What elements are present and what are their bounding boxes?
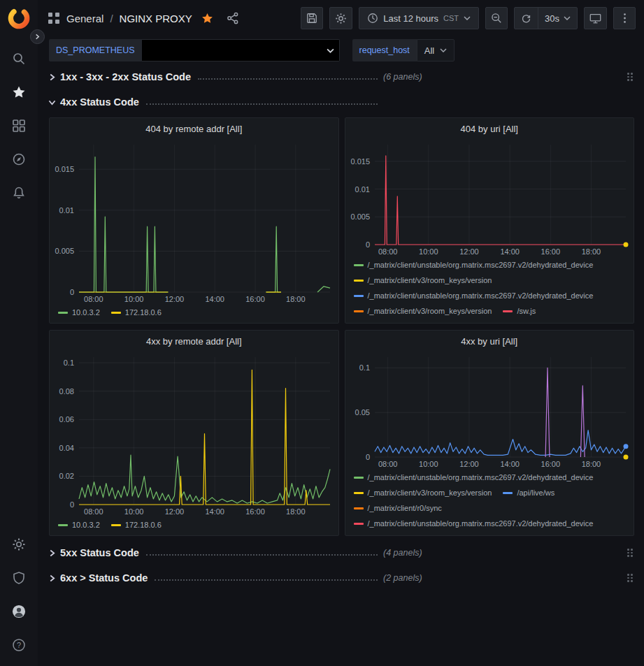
panel-title[interactable]: 4xx by uri [All] (345, 331, 634, 352)
row-drag-handle[interactable] (626, 71, 634, 82)
chart-legend: /_matrix/client/unstable/org.matrix.msc2… (345, 258, 634, 323)
legend-item[interactable]: /_matrix/client/unstable/org.matrix.msc2… (354, 472, 594, 483)
main-area: General / NGINX PROXY (38, 0, 644, 666)
svg-text:16:00: 16:00 (541, 460, 560, 468)
timeseries-chart[interactable]: 08:0010:0012:0014:0016:0018:0000.020.040… (50, 352, 338, 518)
legend-item[interactable]: 172.18.0.6 (111, 307, 162, 318)
legend-label: /_matrix/client/unstable/org.matrix.msc2… (368, 519, 594, 529)
legend-swatch (58, 312, 68, 314)
legend-item[interactable]: /_matrix/client/v3/room_keys/version (354, 306, 492, 317)
starred-dashboards-icon[interactable] (11, 85, 27, 100)
refresh-button[interactable] (515, 8, 538, 29)
legend-swatch (354, 492, 364, 494)
tv-mode-button[interactable] (584, 7, 607, 29)
legend-item[interactable]: 10.0.3.2 (58, 520, 100, 530)
save-dashboard-button[interactable] (301, 7, 323, 29)
favorite-star-icon[interactable] (201, 13, 213, 24)
svg-text:0.005: 0.005 (55, 247, 74, 255)
legend-swatch (354, 477, 364, 479)
dashboard-settings-button[interactable] (329, 7, 352, 29)
row-panel-count: (4 panels) (383, 548, 422, 558)
panel-404-by-remote-addr: 404 by remote addr [All] 08:0010:0012:00… (49, 117, 339, 324)
legend-item[interactable]: /_matrix/client/unstable/org.matrix.msc2… (354, 291, 594, 301)
legend-item[interactable]: /_matrix/client/unstable/org.matrix.msc2… (354, 519, 594, 529)
dotted-leader (146, 103, 378, 105)
breadcrumb-folder[interactable]: General (66, 13, 103, 24)
svg-text:08:00: 08:00 (378, 460, 397, 468)
sidebar-expand-button[interactable] (30, 29, 45, 44)
legend-item[interactable]: /api/live/ws (503, 488, 554, 498)
refresh-interval-dropdown[interactable]: 30s (538, 8, 577, 29)
legend-label: 10.0.3.2 (72, 307, 100, 318)
svg-text:14:00: 14:00 (500, 247, 520, 256)
legend-item[interactable]: 10.0.3.2 (58, 307, 100, 318)
chevron-down-icon (440, 48, 447, 52)
explore-compass-icon[interactable] (11, 152, 27, 167)
chart-svg: 08:0010:0012:0014:0016:0018:0000.020.040… (50, 352, 338, 518)
panel-title[interactable]: 404 by uri [All] (345, 118, 634, 139)
alerting-bell-icon[interactable] (11, 185, 27, 201)
panel-4xx-by-remote-addr: 4xx by remote addr [All] 08:0010:0012:00… (49, 330, 339, 536)
sidebar-bottom-group: ? (11, 528, 27, 662)
legend-item[interactable]: /_matrix/client/r0/sync (354, 503, 442, 514)
svg-text:0.01: 0.01 (355, 185, 369, 194)
legend-label: 172.18.0.6 (125, 307, 162, 318)
share-icon[interactable] (227, 12, 239, 24)
legend-label: /_matrix/client/v3/room_keys/version (368, 306, 492, 317)
row-header-5xx[interactable]: 5xx Status Code (4 panels) (49, 543, 634, 563)
svg-text:0.1: 0.1 (64, 359, 74, 367)
row-header-4xx[interactable]: 4xx Status Code (49, 92, 634, 112)
row-drag-handle[interactable] (626, 572, 634, 584)
legend-swatch (354, 310, 364, 312)
panel-title[interactable]: 404 by remote addr [All] (50, 118, 338, 139)
legend-item[interactable]: /_matrix/client/unstable/org.matrix.msc2… (354, 260, 594, 270)
row-drag-handle[interactable] (626, 547, 634, 558)
row-header-1xx-3xx-2xx[interactable]: 1xx - 3xx - 2xx Status Code (6 panels) (49, 67, 634, 87)
kebab-menu-button[interactable] (613, 7, 636, 29)
grafana-logo[interactable] (6, 6, 31, 31)
user-avatar[interactable] (11, 604, 27, 619)
svg-text:0.015: 0.015 (55, 165, 74, 173)
top-navbar: General / NGINX PROXY (38, 0, 644, 36)
dashboards-icon[interactable] (11, 118, 27, 133)
legend-item[interactable]: /_matrix/client/v3/room_keys/version (354, 275, 492, 286)
legend-item[interactable]: 172.18.0.6 (111, 520, 162, 530)
svg-text:0: 0 (365, 240, 369, 249)
server-admin-shield-icon[interactable] (11, 570, 27, 586)
svg-text:16:00: 16:00 (245, 295, 265, 303)
chart-svg: 08:0010:0012:0014:0016:0018:0000.0050.01… (50, 139, 338, 305)
svg-text:0: 0 (70, 500, 74, 509)
timeseries-chart[interactable]: 08:0010:0012:0014:0016:0018:0000.050.1 (345, 352, 634, 470)
zoom-out-button[interactable] (485, 7, 508, 29)
chart-legend: 10.0.3.2172.18.0.6 (50, 518, 338, 535)
configuration-gear-icon[interactable] (11, 537, 27, 552)
datasource-select[interactable] (142, 39, 340, 61)
chart-svg: 08:0010:0012:0014:0016:0018:0000.0050.01… (345, 139, 634, 258)
row-header-6xx[interactable]: 6xx > Status Code (2 panels) (49, 568, 634, 588)
svg-text:14:00: 14:00 (205, 507, 224, 516)
row-title: 1xx - 3xx - 2xx Status Code (60, 71, 191, 82)
help-icon[interactable]: ? (11, 637, 27, 653)
search-icon[interactable] (11, 51, 27, 66)
svg-text:0.04: 0.04 (59, 444, 74, 452)
variable-label-datasource: DS_PROMETHEUS (49, 39, 142, 61)
legend-item[interactable]: /sw.js (503, 306, 536, 317)
panel-title[interactable]: 4xx by remote addr [All] (50, 331, 338, 352)
svg-text:14:00: 14:00 (205, 295, 224, 303)
timezone-badge: CST (443, 14, 459, 22)
breadcrumb-divider: / (110, 13, 113, 24)
svg-text:12:00: 12:00 (165, 507, 185, 516)
timeseries-chart[interactable]: 08:0010:0012:0014:0016:0018:0000.0050.01… (345, 139, 634, 258)
legend-swatch (503, 310, 513, 312)
legend-item[interactable]: /_matrix/client/v3/room_keys/version (354, 488, 492, 498)
timeseries-chart[interactable]: 08:0010:0012:0014:0016:0018:0000.0050.01… (50, 139, 338, 305)
time-range-picker[interactable]: Last 12 hours CST (359, 7, 479, 29)
request-host-select[interactable]: All (417, 39, 455, 61)
svg-text:0.015: 0.015 (350, 157, 370, 166)
svg-text:08:00: 08:00 (84, 295, 103, 303)
svg-text:12:00: 12:00 (459, 247, 479, 256)
row-title: 6xx > Status Code (60, 572, 148, 584)
dashboard-title[interactable]: NGINX PROXY (120, 13, 192, 24)
svg-text:12:00: 12:00 (165, 295, 185, 303)
chart-svg: 08:0010:0012:0014:0016:0018:0000.050.1 (345, 352, 634, 470)
